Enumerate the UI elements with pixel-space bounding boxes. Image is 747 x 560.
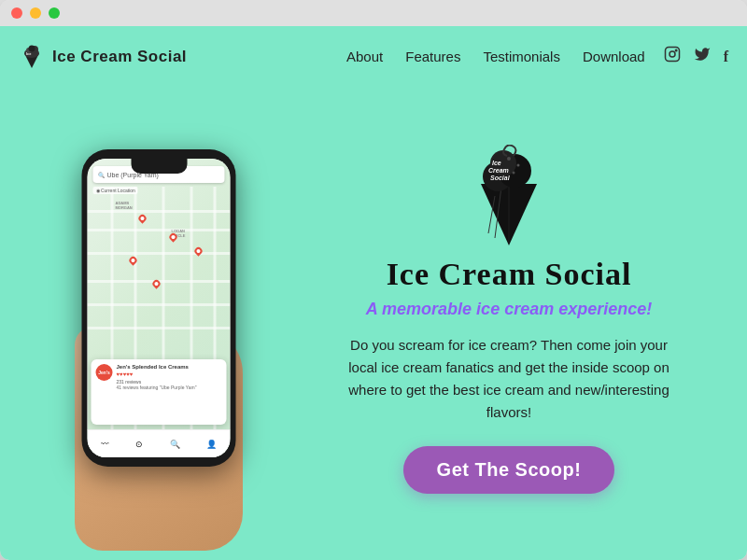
svg-rect-6 xyxy=(665,48,679,62)
card-name: Jen's Splended Ice Creams xyxy=(117,364,197,370)
brand-name: Ice Cream Social xyxy=(52,48,187,66)
hero-subtitle: A memorable ice cream experience! xyxy=(366,300,653,319)
mac-titlebar xyxy=(0,0,747,26)
logo-icon: Ice xyxy=(19,44,45,70)
facebook-icon[interactable]: f xyxy=(724,49,728,65)
card-stars: ♥♥♥♥♥ xyxy=(117,371,197,377)
nav-logo[interactable]: Ice Ice Cream Social xyxy=(19,44,187,70)
road-h5 xyxy=(88,303,231,306)
hero-title: Ice Cream Social xyxy=(387,257,632,292)
road-h1 xyxy=(88,210,231,213)
map-background: 🔍 Ube (Purple Yam) ◉ Current Location xyxy=(88,159,231,457)
hero-section: 🔍 Ube (Purple Yam) ◉ Current Location xyxy=(0,87,747,560)
hero-content: Ice Cream Social Ice Cream Social A memo… xyxy=(308,135,710,503)
cta-button[interactable]: Get The Scoop! xyxy=(403,446,615,494)
bottom-icon-3: 🔍 xyxy=(170,440,180,449)
map-label-1: ADAMSMORGAN xyxy=(116,201,133,210)
bottom-icon-2: ⊙ xyxy=(135,440,143,449)
minimize-button[interactable] xyxy=(30,7,41,19)
svg-text:Ice: Ice xyxy=(492,160,501,166)
bottom-icon-4: 👤 xyxy=(206,440,217,449)
svg-text:Ice: Ice xyxy=(26,51,32,56)
svg-point-19 xyxy=(513,171,515,174)
map-bottom-bar: 〰 ⊙ 🔍 👤 xyxy=(88,429,231,457)
card-avatar: Jen's xyxy=(96,364,113,381)
svg-text:Social: Social xyxy=(490,175,511,181)
twitter-icon[interactable] xyxy=(694,46,711,67)
phone-frame: 🔍 Ube (Purple Yam) ◉ Current Location xyxy=(82,149,236,467)
svg-point-17 xyxy=(517,163,520,166)
mac-window: Ice Ice Cream Social About Features Test… xyxy=(0,0,747,560)
nav-download[interactable]: Download xyxy=(583,49,645,64)
nav-links: About Features Testimonials Download xyxy=(346,49,645,64)
bottom-icon-1: 〰 xyxy=(101,440,109,449)
phone-mockup: 🔍 Ube (Purple Yam) ◉ Current Location xyxy=(28,96,289,541)
road-h6 xyxy=(88,327,231,329)
nav-testimonials[interactable]: Testimonials xyxy=(483,49,560,64)
phone-screen: 🔍 Ube (Purple Yam) ◉ Current Location xyxy=(88,159,231,457)
location-label: ◉ Current Location xyxy=(93,187,138,194)
hero-description: Do you scream for ice cream? Then come j… xyxy=(345,334,672,424)
maximize-button[interactable] xyxy=(49,7,60,19)
nav-about[interactable]: About xyxy=(346,49,383,64)
svg-point-16 xyxy=(507,157,511,161)
card-desc: 41 reviews featuring "Ube Purple Yam" xyxy=(117,385,197,391)
map-card: Jen's Jen's Splended Ice Creams ♥♥♥♥♥ 23… xyxy=(92,359,227,425)
road-h3 xyxy=(88,252,231,255)
instagram-icon[interactable] xyxy=(664,46,681,67)
svg-text:Cream: Cream xyxy=(488,167,509,174)
navbar: Ice Ice Cream Social About Features Test… xyxy=(0,26,747,87)
phone-notch xyxy=(131,159,187,174)
svg-point-8 xyxy=(675,49,677,51)
close-button[interactable] xyxy=(11,7,22,19)
hero-logo-icon: Ice Cream Social xyxy=(462,145,556,247)
nav-socials: f xyxy=(664,46,728,67)
nav-features[interactable]: Features xyxy=(405,49,460,64)
svg-point-7 xyxy=(669,51,675,57)
map-pin-1 xyxy=(137,213,148,223)
road-h2 xyxy=(88,229,231,231)
website-content: Ice Ice Cream Social About Features Test… xyxy=(0,26,747,560)
